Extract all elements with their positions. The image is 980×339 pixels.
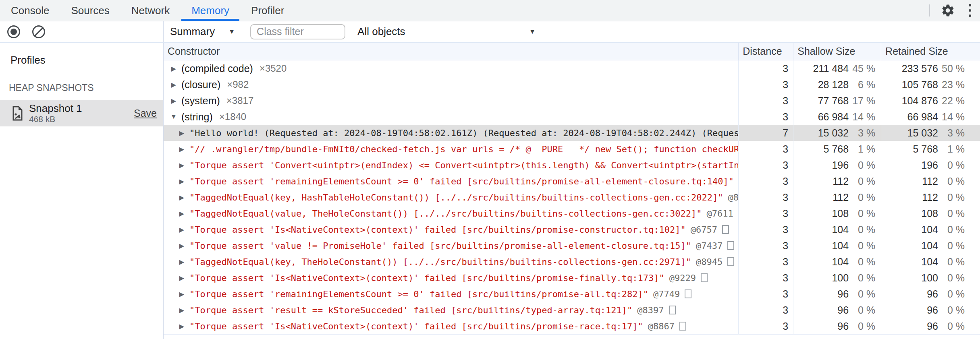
table-row[interactable]: ▶(system)×3817377 76817 %104 87622 % <box>164 93 980 109</box>
table-row[interactable]: ▶"Torque assert 'Is<NativeContext>(conte… <box>164 221 980 238</box>
shallow-size-cell: 211 48445 % <box>793 60 881 76</box>
profiles-sidebar: Profiles HEAP SNAPSHOTS Snapshot 1 468 k… <box>0 43 164 339</box>
shallow-size-percent: 0 % <box>849 288 881 300</box>
distance-cell: 3 <box>738 205 793 221</box>
string-value: "Torque assert 'Convert<uintptr>(endInde… <box>189 160 738 170</box>
table-row[interactable]: ▶"TaggedNotEqual(key, TheHoleConstant())… <box>164 254 980 270</box>
table-row[interactable]: ▶"Hello world! (Requested at: 2024-08-19… <box>164 125 980 141</box>
shallow-size-cell: 5 7681 % <box>793 141 881 157</box>
column-header-constructor[interactable]: Constructor <box>164 43 738 60</box>
collapse-triangle-icon[interactable]: ▼ <box>170 113 177 120</box>
table-row[interactable]: ▶"Torque assert 'remainingElementsCount … <box>164 286 980 302</box>
constructor-cell: ▶"TaggedNotEqual(key, HashTableHoleConst… <box>164 189 738 205</box>
distance-cell: 7 <box>738 125 793 141</box>
tab-console[interactable]: Console <box>0 0 60 21</box>
string-value: "Torque assert 'remainingElementsCount >… <box>189 176 734 186</box>
record-heap-snapshot-icon[interactable] <box>7 25 20 38</box>
clear-profiles-icon[interactable] <box>32 25 45 38</box>
expand-triangle-icon[interactable]: ▶ <box>170 65 177 72</box>
heap-snapshot-grid: Constructor Distance Shallow Size Retain… <box>164 43 980 339</box>
shallow-size-cell: 960 % <box>793 302 881 318</box>
distance-cell: 3 <box>738 93 793 109</box>
shallow-size-percent: 1 % <box>849 143 881 155</box>
retained-size-percent: 3 % <box>938 127 980 139</box>
perspective-select[interactable]: Summary ▼ <box>170 25 235 38</box>
expand-triangle-icon[interactable]: ▶ <box>178 145 185 153</box>
retained-size-value: 108 <box>881 208 938 219</box>
expand-triangle-icon[interactable]: ▶ <box>170 97 177 105</box>
instance-count: ×1840 <box>219 111 246 122</box>
retained-size-value: 105 768 <box>881 79 938 91</box>
column-header-distance[interactable]: Distance <box>738 43 793 60</box>
tabbar-right-controls <box>929 0 974 21</box>
table-row[interactable]: ▶"TaggedNotEqual(key, HashTableHoleConst… <box>164 189 980 205</box>
sidebar-item-snapshot-1[interactable]: Snapshot 1 468 kB Save <box>0 100 163 126</box>
table-row[interactable]: ▶(compiled code)×35203211 48445 %233 576… <box>164 60 980 76</box>
expand-triangle-icon[interactable]: ▶ <box>170 81 177 89</box>
expand-triangle-icon[interactable]: ▶ <box>178 161 185 169</box>
shallow-size-cell: 960 % <box>793 286 881 302</box>
object-box-icon <box>727 241 734 250</box>
more-options-kebab-icon[interactable] <box>965 2 974 19</box>
table-row[interactable]: ▶"Torque assert 'Is<NativeContext>(conte… <box>164 270 980 286</box>
shallow-size-percent: 0 % <box>849 240 881 252</box>
distance-cell: 3 <box>738 60 793 76</box>
shallow-size-value: 5 768 <box>793 143 849 155</box>
constructor-cell: ▶"Torque assert 'Is<NativeContext>(conte… <box>164 221 738 238</box>
heap-snapshots-section-label: HEAP SNAPSHOTS <box>9 83 163 93</box>
column-header-retained-size[interactable]: Retained Size <box>881 43 980 60</box>
retained-size-percent: 0 % <box>938 304 980 316</box>
shallow-size-cell: 15 0323 % <box>793 125 881 141</box>
expand-triangle-icon[interactable]: ▶ <box>178 322 185 330</box>
expand-triangle-icon[interactable]: ▶ <box>178 194 185 201</box>
expand-triangle-icon[interactable]: ▶ <box>178 178 185 185</box>
shallow-size-percent: 3 % <box>849 127 881 139</box>
table-row[interactable]: ▶"Torque assert 'result == kStoreSuccede… <box>164 302 980 318</box>
constructor-name: (compiled code) <box>181 63 253 74</box>
expand-triangle-icon[interactable]: ▶ <box>178 210 185 217</box>
table-row[interactable]: ▶"Torque assert 'remainingElementsCount … <box>164 173 980 189</box>
tab-profiler[interactable]: Profiler <box>240 0 295 21</box>
retained-size-percent: 0 % <box>938 320 980 332</box>
object-id: @7611 <box>707 209 733 219</box>
settings-gear-icon[interactable] <box>941 3 955 18</box>
tab-sources[interactable]: Sources <box>60 0 120 21</box>
retained-size-cell: 1040 % <box>881 238 980 254</box>
devtools-memory-panel: ConsoleSourcesNetworkMemoryProfiler Summ… <box>0 0 980 339</box>
expand-triangle-icon[interactable]: ▶ <box>178 290 185 298</box>
column-header-shallow-size[interactable]: Shallow Size <box>793 43 881 60</box>
expand-triangle-icon[interactable]: ▶ <box>178 242 185 250</box>
table-row[interactable]: ▶"Torque assert 'Is<NativeContext>(conte… <box>164 318 980 334</box>
retained-size-value: 96 <box>881 288 938 300</box>
objects-scope-select[interactable]: All objects ▼ <box>357 25 536 38</box>
expand-triangle-icon[interactable]: ▶ <box>178 306 185 314</box>
table-row[interactable]: ▶"Torque assert 'value != PromiseHole' f… <box>164 238 980 254</box>
toolbar-divider <box>929 4 930 17</box>
table-row[interactable]: ▶"// .wrangler/tmp/bundle-FmNIt0/checked… <box>164 141 980 157</box>
retained-size-cell: 1080 % <box>881 205 980 221</box>
memory-toolbar: Summary ▼ All objects ▼ <box>0 21 980 43</box>
table-row[interactable]: ▶"TaggedNotEqual(value, TheHoleConstant(… <box>164 205 980 221</box>
tab-network[interactable]: Network <box>120 0 181 21</box>
retained-size-value: 233 576 <box>881 63 938 74</box>
table-row[interactable]: ▶"Torque assert 'Convert<uintptr>(endInd… <box>164 157 980 173</box>
expand-triangle-icon[interactable]: ▶ <box>178 226 185 234</box>
class-filter-input[interactable] <box>250 24 345 39</box>
expand-triangle-icon[interactable]: ▶ <box>178 258 185 266</box>
expand-triangle-icon[interactable]: ▶ <box>178 274 185 282</box>
retained-size-value: 104 <box>881 256 938 268</box>
object-box-icon <box>722 225 729 234</box>
shallow-size-percent: 0 % <box>849 256 881 268</box>
tab-memory[interactable]: Memory <box>181 0 240 21</box>
retained-size-percent: 0 % <box>938 176 980 187</box>
object-id: @6757 <box>691 225 717 235</box>
constructor-cell: ▶(compiled code)×3520 <box>164 60 738 76</box>
retained-size-percent: 0 % <box>938 208 980 219</box>
shallow-size-cell: 1000 % <box>793 270 881 286</box>
table-row[interactable]: ▶(closure)×982328 1286 %105 76823 % <box>164 76 980 93</box>
distance-cell: 3 <box>738 76 793 93</box>
table-row[interactable]: ▼(string)×1840366 98414 %66 98414 % <box>164 109 980 125</box>
expand-triangle-icon[interactable]: ▶ <box>178 129 185 137</box>
save-snapshot-link[interactable]: Save <box>134 107 157 119</box>
retained-size-percent: 0 % <box>938 224 980 236</box>
